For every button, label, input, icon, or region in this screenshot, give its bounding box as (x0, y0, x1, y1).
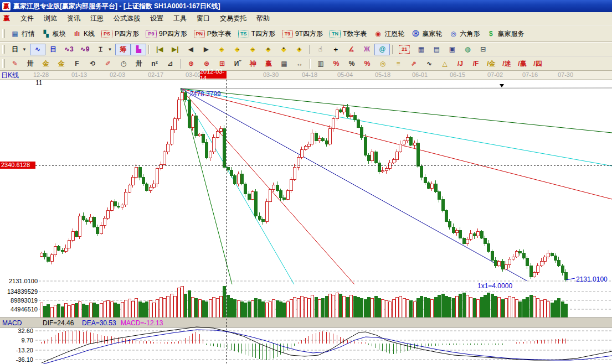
wave3-icon[interactable]: ∿3 (61, 44, 77, 55)
n-square-icon[interactable]: n² (147, 58, 162, 70)
web-button[interactable]: ◍ (460, 44, 475, 55)
menu-gann[interactable]: 江恩 (85, 12, 109, 25)
zoom-right-button[interactable]: ◆→ (229, 44, 245, 55)
t9-square-button[interactable]: T99T四方形 (279, 28, 326, 40)
angle-ruler-icon[interactable]: ⊿ (162, 58, 178, 70)
sectors-button[interactable]: ▚板块 (38, 28, 69, 40)
f10-info-icon[interactable]: 目 (45, 44, 61, 55)
j-line-icon[interactable]: /J (452, 58, 468, 70)
wave-draw-icon[interactable]: ∿ (421, 58, 437, 70)
expand-horizontal-button[interactable]: ◆↔ (245, 44, 260, 55)
menu-browse[interactable]: 浏览 (39, 12, 62, 25)
menu-tools[interactable]: 工具 (168, 12, 192, 25)
prev-page-button-glyph: ◀ (186, 45, 195, 54)
menu-file[interactable]: 文件 (16, 12, 39, 25)
gold-ratio-icon[interactable]: 金 (38, 58, 54, 70)
menu-window[interactable]: 窗口 (192, 12, 215, 25)
spiral-tool-button[interactable]: @ (374, 44, 390, 55)
colored-volume-icon[interactable]: ▙ (131, 44, 146, 55)
gold-circle-icon[interactable]: ◎ (375, 58, 390, 70)
title-bar[interactable]: 赢 赢家江恩专业版[赢家内部服务平台] - [上证指数 SH1A0001-167… (0, 0, 612, 12)
menu-logo-icon: 赢 (3, 14, 10, 23)
n-mark-icon[interactable]: И˝ (230, 58, 245, 70)
gold-tri-icon[interactable]: △ (437, 58, 452, 70)
trend-chart-icon[interactable]: ∿ (30, 44, 45, 55)
t-square-button-glyph: TS (238, 30, 249, 38)
cross-zoom-button[interactable]: ◆＋ (291, 44, 307, 55)
calculator-button[interactable]: ▦ (413, 44, 429, 55)
notes-button-glyph: ▤ (432, 45, 441, 54)
volume-axis-label-3: 44946510 (11, 306, 38, 313)
star-zoom-button[interactable]: ◆＊ (276, 44, 291, 55)
grid123-icon[interactable]: ▦ (276, 58, 292, 70)
gann-shape-tool-button[interactable]: Ж (359, 44, 374, 55)
toolbar-grip[interactable] (2, 59, 5, 68)
save-button[interactable]: ▣ (444, 44, 460, 55)
span-arrows-icon[interactable]: ↔ (292, 58, 307, 70)
print-button[interactable]: ⊟ (475, 44, 491, 55)
cycle-circle-icon[interactable]: ◷ (116, 58, 131, 70)
menu-trade[interactable]: 交易委托 (215, 12, 251, 25)
f-line-icon[interactable]: /F (468, 58, 484, 70)
angle-tool-button[interactable]: ∡ (343, 44, 359, 55)
compress-button[interactable]: ◆× (260, 44, 276, 55)
si-line-icon[interactable]: /四 (530, 58, 546, 70)
date-tick: 05-18 (375, 71, 390, 78)
last-page-button[interactable]: ▶| (167, 44, 183, 55)
notes-button[interactable]: ▤ (429, 44, 444, 55)
first-page-button[interactable]: |◀ (152, 44, 167, 55)
menu-news[interactable]: 资讯 (62, 12, 85, 25)
fib-f-icon[interactable]: F (69, 58, 85, 70)
arrow-draw-icon[interactable]: ⇗ (406, 58, 421, 70)
hexagon-button[interactable]: ◎六角形 (445, 28, 483, 40)
percent-icon[interactable]: % (344, 58, 359, 70)
t-square-button[interactable]: TST四方形 (235, 28, 279, 40)
p9-square-button[interactable]: P99P四方形 (142, 28, 191, 40)
date-tick: 05-04 (337, 71, 353, 78)
candle-style-dropdown[interactable]: ⌶▼ (92, 44, 115, 55)
spiral-draw-icon[interactable]: ⟲ (85, 58, 100, 70)
calendar-button[interactable]: 21 (395, 44, 413, 55)
t-number-button[interactable]: TNT数字表 (326, 28, 370, 40)
p-square-button[interactable]: PSP四方形 (98, 28, 142, 40)
next-page-button[interactable]: ▶ (198, 44, 214, 55)
su-line-icon[interactable]: /迷 (499, 58, 515, 70)
crosshair-tool-button[interactable]: ＋ (328, 44, 343, 55)
kline-button[interactable]: ılıK线 (69, 28, 98, 40)
ying-tool-icon[interactable]: 赢 (261, 58, 276, 70)
date-tick: 02-17 (148, 71, 163, 78)
percent-slash-icon[interactable]: % (328, 58, 344, 70)
target-circle-icon[interactable]: ⊕ (183, 58, 199, 70)
gann-comb-icon[interactable]: 卅 (23, 58, 38, 70)
winner-wheel-button[interactable]: Ⓑ赢家轮 (408, 28, 445, 40)
kline-chart[interactable]: MACDDIF=24.46DEA=30.53MACD=-12.132478.37… (0, 80, 612, 364)
percent-line-icon[interactable]: % (359, 58, 375, 70)
chip-distribution-icon[interactable]: 筹 (115, 44, 131, 55)
gold-ratio2-icon[interactable]: 金 (54, 58, 69, 70)
period-day-dropdown[interactable]: 日▼ (7, 44, 30, 55)
menu-formula-picker[interactable]: 公式选股 (109, 12, 145, 25)
quotes-button[interactable]: ▦行情 (7, 28, 38, 40)
measure-icon[interactable]: ▥ (313, 58, 328, 70)
gold-level-icon[interactable]: ≡ (390, 58, 406, 70)
wave9-icon[interactable]: ∿9 (77, 44, 93, 55)
zoom-left-button[interactable]: ◆← (214, 44, 229, 55)
draw-pencil-icon[interactable]: ✎ (7, 58, 23, 70)
chart-area[interactable]: MACDDIF=24.46DEA=30.53MACD=-12.132478.37… (0, 80, 612, 364)
toolbar-grip[interactable] (2, 29, 5, 38)
shen-tool-icon[interactable]: 神 (245, 58, 261, 70)
menu-settings[interactable]: 设置 (145, 12, 168, 25)
ying-line-icon[interactable]: /赢 (515, 58, 530, 70)
comb2-icon[interactable]: 卅 (131, 58, 147, 70)
angle-pencil-icon[interactable]: ✐ (100, 58, 116, 70)
date-tick: 07-02 (487, 71, 503, 78)
winner-service-button[interactable]: $赢家服务 (483, 28, 527, 40)
menu-help[interactable]: 帮助 (251, 12, 275, 25)
gann-wheel-button[interactable]: ◉江恩轮 (370, 28, 408, 40)
prev-page-button[interactable]: ◀ (183, 44, 198, 55)
gold-line-icon[interactable]: /金 (484, 58, 499, 70)
p-number-button[interactable]: PNP数字表 (191, 28, 235, 40)
gold-tri-icon-glyph: △ (440, 60, 449, 68)
hand-tool-button[interactable]: ☝ (312, 44, 328, 55)
toolbar-grip[interactable] (2, 45, 5, 54)
